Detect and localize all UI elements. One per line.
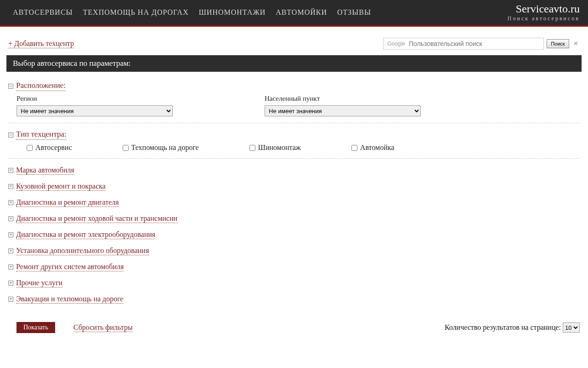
expand-icon[interactable]: +	[8, 184, 13, 189]
expand-icon[interactable]: +	[8, 281, 13, 286]
add-center-link[interactable]: Добавить техцентр	[8, 40, 74, 48]
search-close-icon[interactable]: ×	[572, 40, 580, 48]
per-page-label: Количество результатов на странице:	[445, 323, 561, 332]
filter-car-brand[interactable]: Марка автомобиля	[16, 166, 74, 175]
nav-carwash[interactable]: АВТОМОЙКИ	[276, 8, 327, 17]
filter-engine[interactable]: Диагностика и ремонт двигателя	[16, 198, 119, 207]
collapse-icon[interactable]: −	[8, 132, 13, 138]
nav-tires[interactable]: ШИНОМОНТАЖИ	[199, 8, 266, 17]
region-label: Регион	[17, 95, 237, 103]
checkbox-autoservice[interactable]	[27, 145, 33, 151]
filter-evacuation[interactable]: Эвакуация и техпомощь на дороге	[16, 295, 124, 304]
reset-filters-link[interactable]: Сбросить фильтры	[74, 323, 133, 332]
region-select[interactable]: Не имеет значения	[17, 105, 173, 116]
nav-reviews[interactable]: ОТЗЫВЫ	[337, 8, 371, 17]
nav-autoservice[interactable]: АВТОСЕРВИСЫ	[13, 8, 73, 17]
filter-body-repair[interactable]: Кузовной ремонт и покраска	[16, 182, 106, 191]
search-input[interactable]	[409, 38, 543, 49]
city-label: Населенный пункт	[265, 95, 485, 103]
type-option-autoservice[interactable]: Автосервис	[27, 144, 72, 152]
per-page-select[interactable]: 10	[563, 322, 580, 333]
city-select[interactable]: Не имеет значения	[265, 105, 421, 116]
filter-other-systems[interactable]: Ремонт других систем автомобиля	[16, 263, 124, 271]
filter-header: Выбор автосервиса по параметрам:	[6, 55, 582, 72]
type-option-carwash[interactable]: Автомойка	[351, 144, 395, 152]
filter-chassis[interactable]: Диагностика и ремонт ходовой части и тра…	[16, 214, 177, 223]
type-option-roadhelp[interactable]: Техпомощь на дороге	[123, 144, 199, 152]
filter-other-services[interactable]: Прочие услуги	[16, 279, 62, 288]
nav-menu: АВТОСЕРВИСЫ ТЕХПОМОЩЬ НА ДОРОГАХ ШИНОМОН…	[13, 8, 508, 17]
checkbox-carwash[interactable]	[351, 145, 357, 151]
search-group: Google Поиск ×	[383, 38, 580, 50]
expand-icon[interactable]: +	[8, 200, 13, 205]
divider	[8, 123, 580, 123]
expand-icon[interactable]: +	[8, 168, 13, 173]
divider	[8, 158, 580, 159]
type-title[interactable]: Тип техцентра:	[16, 130, 67, 140]
top-navbar: АВТОСЕРВИСЫ ТЕХПОМОЩЬ НА ДОРОГАХ ШИНОМОН…	[0, 0, 588, 27]
filter-extra-equipment[interactable]: Установка дополнительного оборудования	[16, 247, 149, 255]
expand-icon[interactable]: +	[8, 264, 13, 270]
search-box: Google	[383, 38, 544, 50]
expand-icon[interactable]: +	[8, 216, 13, 221]
type-section-header: − Тип техцентра:	[8, 130, 580, 140]
nav-roadhelp[interactable]: ТЕХПОМОЩЬ НА ДОРОГАХ	[83, 8, 189, 17]
content-area: Добавить техцентр Google Поиск × Выбор а…	[0, 27, 588, 368]
expand-icon[interactable]: +	[8, 232, 13, 237]
location-section-header: − Расположение:	[8, 81, 580, 91]
location-title[interactable]: Расположение:	[16, 81, 66, 91]
brand-block: Serviceavto.ru Поиск автосервисов	[508, 3, 580, 22]
brand-subtitle: Поиск автосервисов	[508, 15, 580, 22]
checkbox-tires[interactable]	[249, 145, 255, 151]
type-option-tires[interactable]: Шиномонтаж	[249, 144, 301, 152]
collapsed-filter-list: +Марка автомобиля +Кузовной ремонт и пок…	[8, 166, 580, 304]
expand-icon[interactable]: +	[8, 248, 13, 253]
brand-title: Serviceavto.ru	[508, 3, 580, 15]
expand-icon[interactable]: +	[8, 297, 13, 302]
filter-electrical[interactable]: Диагностика и ремонт электрооборудования	[16, 230, 155, 239]
checkbox-roadhelp[interactable]	[123, 145, 129, 151]
show-button[interactable]: Показать	[17, 322, 55, 333]
search-button[interactable]: Поиск	[547, 39, 569, 48]
google-logo: Google	[384, 40, 409, 47]
collapse-icon[interactable]: −	[8, 84, 13, 89]
